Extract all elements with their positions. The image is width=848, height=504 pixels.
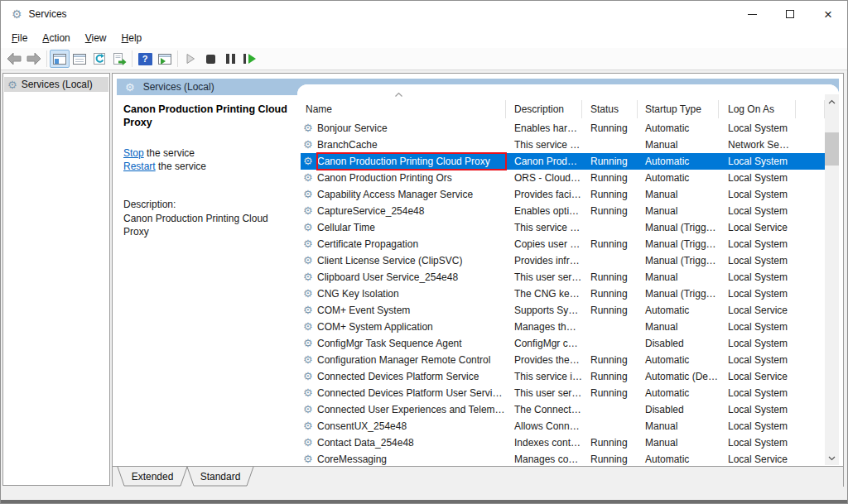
back-button[interactable] bbox=[4, 50, 24, 68]
service-description: Manages co… bbox=[506, 454, 582, 465]
service-description: Provides faci… bbox=[506, 189, 582, 200]
properties-button[interactable] bbox=[70, 50, 89, 68]
window-title: Services bbox=[29, 8, 67, 20]
restart-service-link[interactable]: Restart bbox=[123, 161, 156, 172]
service-description: Copies user … bbox=[506, 238, 582, 250]
tree-item-services-local[interactable]: ⚙ Services (Local) bbox=[4, 77, 108, 92]
service-status: Running bbox=[582, 189, 638, 200]
column-header-startup-type[interactable]: Startup Type bbox=[638, 100, 719, 118]
column-header-description[interactable]: Description bbox=[506, 100, 582, 118]
stop-service-link[interactable]: Stop bbox=[123, 147, 144, 159]
restart-service-button[interactable] bbox=[240, 50, 260, 68]
service-row[interactable]: ⚙ Bonjour Service Enables har… Running A… bbox=[301, 120, 825, 137]
service-row[interactable]: ⚙ CNG Key Isolation The CNG ke… Running … bbox=[301, 286, 825, 302]
service-name: ConsentUX_254e48 bbox=[317, 418, 506, 434]
close-button[interactable]: × bbox=[809, 1, 847, 27]
service-log-on-as: Local Service bbox=[719, 222, 825, 233]
column-header-name[interactable]: Name bbox=[301, 100, 506, 118]
menu-action[interactable]: Action bbox=[35, 29, 77, 47]
service-name: Certificate Propagation bbox=[317, 236, 506, 252]
stop-service-button[interactable] bbox=[200, 50, 220, 68]
service-log-on-as: Local Service bbox=[719, 454, 825, 465]
toolbar-separator bbox=[46, 50, 47, 67]
service-gear-icon: ⚙ bbox=[303, 404, 313, 415]
services-window: ⚙ Services × File Action View Help bbox=[0, 0, 848, 504]
service-row[interactable]: ⚙ CoreMessaging Manages co… Running Auto… bbox=[301, 451, 825, 468]
refresh-button[interactable] bbox=[89, 50, 109, 68]
service-startup-type: Automatic bbox=[638, 387, 719, 399]
service-startup-type: Disabled bbox=[638, 404, 719, 415]
vertical-scrollbar[interactable] bbox=[825, 94, 839, 465]
service-status: Running bbox=[582, 156, 638, 167]
service-row[interactable]: ⚙ Contact Data_254e48 Indexes cont… Runn… bbox=[301, 434, 825, 451]
service-row[interactable]: ⚙ COM+ System Application Manages th… Ma… bbox=[301, 319, 825, 335]
service-row[interactable]: ⚙ Connected Devices Platform Service Thi… bbox=[301, 368, 825, 385]
service-log-on-as: Local System bbox=[719, 404, 825, 415]
show-action-pane-button[interactable] bbox=[155, 50, 175, 68]
service-row[interactable]: ⚙ ConfigMgr Task Sequence Agent ConfigMg… bbox=[301, 335, 825, 352]
service-log-on-as: Local System bbox=[719, 288, 825, 300]
pause-service-button[interactable] bbox=[220, 50, 240, 68]
console-tree-panel: ⚙ Services (Local) bbox=[2, 73, 110, 486]
service-status: Running bbox=[582, 454, 638, 465]
scroll-up-button[interactable] bbox=[825, 94, 839, 108]
service-row[interactable]: ⚙ ConsentUX_254e48 Allows Conn… Manual L… bbox=[301, 418, 825, 434]
service-row[interactable]: ⚙ COM+ Event System Supports Sy… Running… bbox=[301, 302, 825, 319]
column-header-stub bbox=[796, 100, 825, 118]
service-name: COM+ System Application bbox=[317, 319, 506, 335]
service-gear-icon: ⚙ bbox=[303, 420, 313, 432]
service-name: Bonjour Service bbox=[317, 120, 506, 137]
service-status: Running bbox=[582, 271, 638, 283]
service-row[interactable]: ⚙ Configuration Manager Remote Control P… bbox=[301, 352, 825, 368]
service-log-on-as: Network Se… bbox=[719, 139, 825, 151]
service-row[interactable]: ⚙ Clipboard User Service_254e48 This use… bbox=[301, 269, 825, 286]
service-row[interactable]: ⚙ Capability Access Manager Service Prov… bbox=[301, 186, 825, 203]
service-row[interactable]: ⚙ BranchCache This service … Manual Netw… bbox=[301, 137, 825, 153]
service-gear-icon: ⚙ bbox=[303, 238, 313, 250]
forward-button[interactable] bbox=[24, 50, 44, 68]
service-startup-type: Automatic bbox=[638, 156, 719, 167]
header-band-title: Services (Local) bbox=[143, 81, 214, 93]
service-row[interactable]: ⚙ Connected User Experiences and Telem… … bbox=[301, 401, 825, 418]
service-gear-icon: ⚙ bbox=[303, 205, 313, 217]
service-status: Running bbox=[582, 387, 638, 399]
service-description: ORS - Cloud… bbox=[506, 172, 582, 184]
service-row[interactable]: ⚙ Cellular Time This service … Manual (T… bbox=[301, 219, 825, 236]
service-description: Provides the… bbox=[506, 354, 582, 366]
menu-help[interactable]: Help bbox=[114, 29, 150, 47]
column-header-log-on-as[interactable]: Log On As bbox=[719, 100, 796, 118]
service-description: This service i… bbox=[506, 371, 582, 382]
restart-link-suffix: the service bbox=[156, 161, 206, 172]
service-row[interactable]: ⚙ Client License Service (ClipSVC) Provi… bbox=[301, 252, 825, 269]
minimize-button[interactable] bbox=[733, 1, 771, 27]
service-row[interactable]: ⚙ Certificate Propagation Copies user … … bbox=[301, 236, 825, 252]
tab-standard[interactable]: Standard bbox=[200, 471, 241, 482]
service-status: Running bbox=[582, 305, 638, 316]
scroll-down-button[interactable] bbox=[825, 451, 839, 465]
service-status: Running bbox=[582, 238, 638, 250]
service-startup-type: Manual (Trigg… bbox=[638, 222, 719, 233]
column-header-status[interactable]: Status bbox=[582, 100, 638, 118]
service-status: Running bbox=[582, 288, 638, 300]
refresh-icon bbox=[93, 52, 106, 65]
service-row[interactable]: ⚙ Connected Devices Platform User Servi…… bbox=[301, 385, 825, 401]
tab-extended[interactable]: Extended bbox=[132, 471, 174, 482]
service-row[interactable]: ⚙ Canon Production Printing Ors ORS - Cl… bbox=[301, 170, 825, 186]
service-startup-type: Manual bbox=[638, 189, 719, 200]
export-list-button[interactable] bbox=[109, 50, 129, 68]
service-startup-type: Automatic (De… bbox=[638, 371, 719, 382]
service-row[interactable]: ⚙ CaptureService_254e48 Enables opti… Ru… bbox=[301, 203, 825, 219]
menu-view[interactable]: View bbox=[78, 29, 114, 47]
show-console-tree-button[interactable] bbox=[50, 50, 70, 68]
scrollbar-thumb[interactable] bbox=[825, 132, 839, 166]
start-service-button[interactable] bbox=[181, 50, 200, 68]
service-name: CaptureService_254e48 bbox=[317, 203, 506, 219]
service-row[interactable]: ⚙ Canon Production Printing Cloud Proxy … bbox=[301, 153, 825, 170]
service-startup-type: Automatic bbox=[638, 354, 719, 366]
maximize-button[interactable] bbox=[771, 1, 809, 27]
service-gear-icon: ⚙ bbox=[303, 354, 313, 366]
help-button[interactable]: ? bbox=[135, 50, 155, 68]
service-startup-type: Manual bbox=[638, 205, 719, 217]
menu-file[interactable]: File bbox=[4, 29, 35, 47]
service-name: Connected Devices Platform User Servi… bbox=[317, 385, 506, 401]
